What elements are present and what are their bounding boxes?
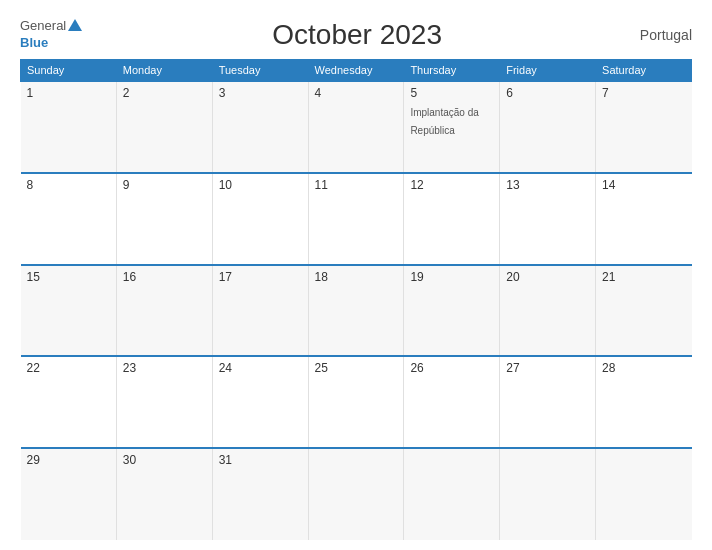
col-saturday: Saturday: [596, 60, 692, 82]
day-cell-w1-d3: 3: [212, 81, 308, 173]
day-cell-w5-d6: [500, 448, 596, 540]
day-number: 25: [315, 361, 398, 375]
week-row-4: 22232425262728: [21, 356, 692, 448]
week-row-1: 12345Implantação da República67: [21, 81, 692, 173]
day-number: 6: [506, 86, 589, 100]
day-cell-w5-d5: [404, 448, 500, 540]
day-cell-w2-d4: 11: [308, 173, 404, 265]
day-cell-w2-d7: 14: [596, 173, 692, 265]
day-number: 16: [123, 270, 206, 284]
day-number: 27: [506, 361, 589, 375]
day-cell-w1-d7: 7: [596, 81, 692, 173]
day-cell-w5-d7: [596, 448, 692, 540]
day-cell-w5-d4: [308, 448, 404, 540]
day-number: 21: [602, 270, 685, 284]
day-cell-w2-d2: 9: [116, 173, 212, 265]
logo-general-text: General: [20, 18, 66, 33]
day-cell-w4-d4: 25: [308, 356, 404, 448]
day-number: 23: [123, 361, 206, 375]
day-number: 19: [410, 270, 493, 284]
day-cell-w1-d4: 4: [308, 81, 404, 173]
day-number: 1: [27, 86, 110, 100]
day-cell-w5-d1: 29: [21, 448, 117, 540]
header-row: Sunday Monday Tuesday Wednesday Thursday…: [21, 60, 692, 82]
day-number: 30: [123, 453, 206, 467]
day-cell-w4-d1: 22: [21, 356, 117, 448]
day-number: 2: [123, 86, 206, 100]
day-cell-w1-d1: 1: [21, 81, 117, 173]
day-number: 22: [27, 361, 110, 375]
month-title: October 2023: [82, 19, 632, 51]
day-cell-w3-d5: 19: [404, 265, 500, 357]
day-cell-w2-d5: 12: [404, 173, 500, 265]
day-cell-w2-d6: 13: [500, 173, 596, 265]
country-label: Portugal: [632, 27, 692, 43]
day-number: 14: [602, 178, 685, 192]
col-sunday: Sunday: [21, 60, 117, 82]
day-cell-w4-d5: 26: [404, 356, 500, 448]
logo-blue-text: Blue: [20, 35, 48, 50]
logo-triangle-icon: [68, 19, 82, 31]
col-monday: Monday: [116, 60, 212, 82]
day-number: 7: [602, 86, 685, 100]
day-cell-w1-d6: 6: [500, 81, 596, 173]
day-event: Implantação da República: [410, 107, 478, 136]
day-cell-w2-d3: 10: [212, 173, 308, 265]
day-number: 4: [315, 86, 398, 100]
day-cell-w3-d1: 15: [21, 265, 117, 357]
day-number: 13: [506, 178, 589, 192]
day-cell-w1-d2: 2: [116, 81, 212, 173]
day-number: 15: [27, 270, 110, 284]
day-number: 31: [219, 453, 302, 467]
day-cell-w3-d2: 16: [116, 265, 212, 357]
day-number: 29: [27, 453, 110, 467]
day-cell-w1-d5: 5Implantação da República: [404, 81, 500, 173]
day-number: 20: [506, 270, 589, 284]
day-number: 28: [602, 361, 685, 375]
day-cell-w4-d6: 27: [500, 356, 596, 448]
page: General Blue October 2023 Portugal Sunda…: [0, 0, 712, 550]
day-cell-w4-d7: 28: [596, 356, 692, 448]
logo: General Blue: [20, 18, 82, 51]
day-cell-w2-d1: 8: [21, 173, 117, 265]
day-number: 3: [219, 86, 302, 100]
calendar-table: Sunday Monday Tuesday Wednesday Thursday…: [20, 59, 692, 540]
day-number: 12: [410, 178, 493, 192]
day-cell-w4-d3: 24: [212, 356, 308, 448]
day-number: 18: [315, 270, 398, 284]
week-row-3: 15161718192021: [21, 265, 692, 357]
day-cell-w3-d6: 20: [500, 265, 596, 357]
header: General Blue October 2023 Portugal: [20, 18, 692, 51]
day-number: 11: [315, 178, 398, 192]
day-cell-w3-d7: 21: [596, 265, 692, 357]
week-row-5: 293031: [21, 448, 692, 540]
day-cell-w4-d2: 23: [116, 356, 212, 448]
day-number: 8: [27, 178, 110, 192]
col-tuesday: Tuesday: [212, 60, 308, 82]
day-number: 5: [410, 86, 493, 100]
col-thursday: Thursday: [404, 60, 500, 82]
day-number: 9: [123, 178, 206, 192]
week-row-2: 891011121314: [21, 173, 692, 265]
day-cell-w5-d3: 31: [212, 448, 308, 540]
day-number: 17: [219, 270, 302, 284]
day-cell-w3-d4: 18: [308, 265, 404, 357]
day-number: 10: [219, 178, 302, 192]
col-wednesday: Wednesday: [308, 60, 404, 82]
day-number: 24: [219, 361, 302, 375]
day-cell-w3-d3: 17: [212, 265, 308, 357]
col-friday: Friday: [500, 60, 596, 82]
day-number: 26: [410, 361, 493, 375]
day-cell-w5-d2: 30: [116, 448, 212, 540]
